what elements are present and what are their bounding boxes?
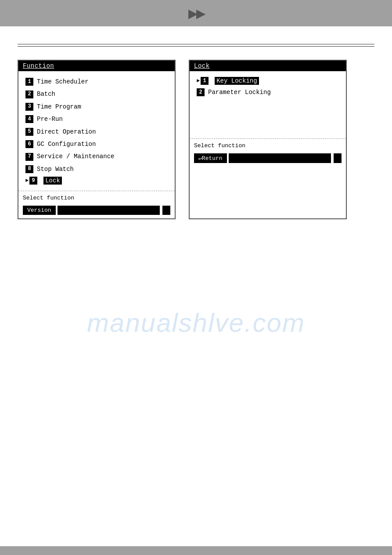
panels-container: Function 1 Time Scheduler 2 Batch 3 Time…	[18, 60, 374, 219]
lock-panel-buttons: ↵Return	[190, 152, 346, 167]
lock-btn-corner	[333, 153, 342, 163]
divider-top	[18, 44, 374, 44]
header-arrows-icon: ▶▶	[188, 6, 204, 21]
menu-label-1: Time Scheduler	[37, 77, 89, 87]
menu-item-1[interactable]: 1 Time Scheduler	[23, 76, 170, 88]
panel-btn-corner	[162, 206, 170, 215]
watermark: manualshlve.com	[87, 308, 305, 338]
key-locking-label: Key Locking	[215, 77, 259, 85]
function-footer-label: Select function	[18, 194, 175, 204]
menu-num-6: 6	[25, 140, 33, 148]
lock-spacer	[194, 98, 342, 134]
menu-label-2: Batch	[37, 89, 55, 99]
function-panel-title: Function	[18, 61, 175, 71]
lock-panel: Lock ► 1 Key Locking 2 Parameter Locking	[189, 60, 347, 219]
cursor-icon: ►	[25, 178, 29, 184]
footer-bar	[0, 546, 392, 555]
menu-num-9: 9	[29, 177, 37, 185]
lock-num-2: 2	[197, 88, 205, 96]
menu-label-3: Time Program	[37, 102, 81, 112]
menu-label-6: GC Configuration	[37, 139, 96, 149]
menu-num-5: 5	[25, 128, 33, 136]
lock-footer-label: Select function	[190, 141, 346, 152]
menu-label-8: Stop Watch	[37, 164, 74, 174]
lock-item-1-selected[interactable]: ► 1 Key Locking	[194, 76, 342, 86]
header-bar: ▶▶	[0, 0, 392, 26]
menu-item-4[interactable]: 4 Pre-Run	[23, 113, 170, 125]
return-button[interactable]: ↵Return	[194, 153, 227, 163]
lock-panel-body: ► 1 Key Locking 2 Parameter Locking	[190, 71, 346, 136]
function-panel-body: 1 Time Scheduler 2 Batch 3 Time Program …	[18, 71, 175, 188]
menu-num-4: 4	[25, 115, 33, 123]
menu-item-8[interactable]: 8 Stop Watch	[23, 163, 170, 175]
menu-item-5[interactable]: 5 Direct Operation	[23, 126, 170, 138]
menu-item-6[interactable]: 6 GC Configuration	[23, 138, 170, 150]
version-button[interactable]: Version	[23, 206, 56, 215]
menu-num-8: 8	[25, 165, 33, 173]
content-area: Function 1 Time Scheduler 2 Batch 3 Time…	[0, 26, 392, 232]
lock-num-1: 1	[201, 77, 209, 85]
lock-cursor-icon: ►	[197, 78, 200, 84]
panel-divider-left	[18, 191, 175, 191]
menu-item-3[interactable]: 3 Time Program	[23, 101, 170, 113]
divider-bottom	[18, 46, 374, 47]
menu-num-7: 7	[25, 153, 33, 161]
menu-label-4: Pre-Run	[37, 114, 63, 124]
function-panel-buttons: Version	[18, 204, 175, 218]
panel-btn-empty-1	[58, 206, 160, 215]
menu-label-9-selected: Lock	[43, 177, 62, 185]
panel-divider-right	[190, 138, 346, 139]
lock-label-2: Parameter Locking	[208, 87, 271, 97]
function-panel: Function 1 Time Scheduler 2 Batch 3 Time…	[18, 60, 176, 219]
menu-num-3: 3	[25, 103, 33, 111]
menu-item-2[interactable]: 2 Batch	[23, 88, 170, 100]
menu-item-9-selected[interactable]: ► 9 Lock	[23, 175, 170, 186]
menu-item-7[interactable]: 7 Service / Maintenance	[23, 150, 170, 163]
lock-btn-empty-1	[229, 153, 331, 163]
lock-panel-title: Lock	[190, 61, 346, 71]
menu-num-1: 1	[25, 78, 33, 86]
menu-label-5: Direct Operation	[37, 127, 96, 137]
lock-item-2[interactable]: 2 Parameter Locking	[194, 86, 342, 98]
menu-label-7: Service / Maintenance	[37, 152, 114, 161]
menu-num-2: 2	[25, 91, 33, 98]
